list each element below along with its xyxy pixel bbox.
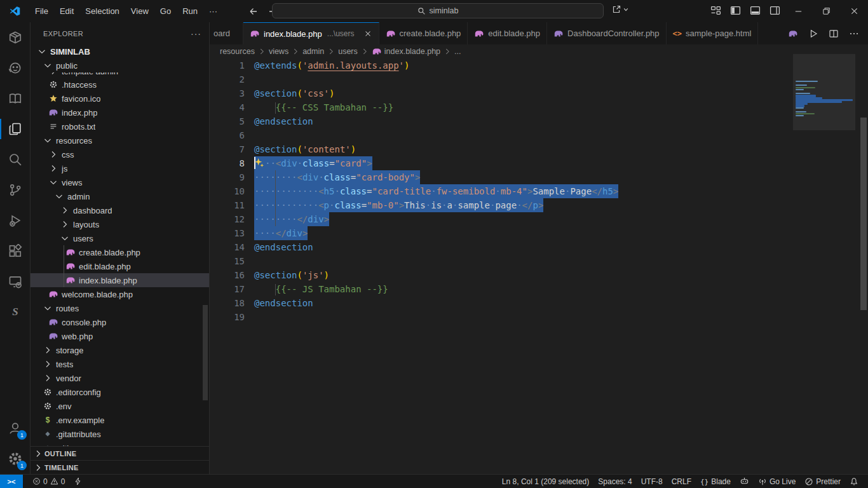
editor-scrollbar[interactable] (860, 118, 867, 310)
tree-item--env[interactable]: .env (31, 399, 209, 413)
nav-back-icon[interactable] (248, 6, 259, 17)
toggle-primary-sidebar-icon[interactable] (730, 5, 741, 16)
tree-item-robots-txt[interactable]: robots.txt (31, 119, 209, 133)
menu-[interactable]: ··· (203, 4, 223, 18)
tree-item-admin[interactable]: admin (31, 189, 209, 203)
menu-go[interactable]: Go (154, 4, 177, 18)
activity-monkey-icon[interactable] (0, 53, 31, 83)
tree-item-public[interactable]: public (31, 58, 209, 72)
tab-sample-page-html[interactable]: <>sample-page.html (667, 22, 759, 44)
tree-item-console-php[interactable]: console.php (31, 315, 209, 329)
tab-index-blade-php[interactable]: index.blade.php ...\users (243, 22, 379, 44)
split-editor-icon[interactable] (829, 29, 839, 39)
tree-item-layouts[interactable]: layouts (31, 217, 209, 231)
breadcrumb-item-index-blade-php[interactable]: index.blade.php (372, 46, 440, 57)
breadcrumb-item-views[interactable]: views (269, 47, 288, 56)
tree-item-label: js (62, 164, 67, 173)
tree-item-users[interactable]: users (31, 231, 209, 245)
activity-source-control-icon[interactable] (0, 175, 31, 205)
customize-layout-icon[interactable] (710, 5, 721, 16)
command-center-search[interactable]: siminlab (272, 3, 604, 18)
status-prettier[interactable]: Prettier (800, 475, 845, 488)
tab-edit-blade-php[interactable]: edit.blade.php (468, 22, 547, 44)
tree-item-edit-blade-php[interactable]: edit.blade.php (31, 259, 209, 273)
tree-item--gitignore[interactable]: .gitignore (31, 441, 209, 446)
status-copilot[interactable] (735, 475, 754, 488)
run-icon[interactable] (808, 29, 818, 39)
tree-item--editorconfig[interactable]: .editorconfig (31, 385, 209, 399)
remote-indicator[interactable]: >< (0, 475, 23, 488)
minimize-button[interactable] (784, 0, 812, 22)
tree-item-create-blade-php[interactable]: create.blade.php (31, 245, 209, 259)
activity-book-icon[interactable] (0, 83, 31, 114)
status-zap-icon[interactable] (69, 475, 86, 488)
minimap[interactable] (793, 54, 855, 346)
run-php-icon[interactable] (788, 29, 798, 39)
launch-profile-icon[interactable] (611, 4, 629, 15)
close-window-button[interactable] (840, 0, 868, 22)
section-header-timeline[interactable]: TIMELINE (31, 460, 209, 474)
status-problems[interactable]: 00 (28, 475, 69, 488)
tree-item-siminlab[interactable]: SIMINLAB (31, 44, 209, 58)
tree-item-resources[interactable]: resources (31, 133, 209, 147)
tree-item-index-php[interactable]: index.php (31, 105, 209, 119)
tree-item-css[interactable]: css (31, 147, 209, 161)
tree-item-vendor[interactable]: vendor (31, 371, 209, 385)
menu-run[interactable]: Run (177, 4, 203, 18)
tree-item-template-admin[interactable]: template admin (31, 72, 209, 78)
tree-item-js[interactable]: js (31, 161, 209, 175)
activity-s-extension-icon[interactable]: S (0, 297, 31, 327)
activity-search-side-icon[interactable] (0, 144, 31, 175)
tree-item-dashboard[interactable]: dashboard (31, 203, 209, 217)
tree-item--env-example[interactable]: $.env.example (31, 413, 209, 427)
restore-button[interactable] (812, 0, 840, 22)
section-header-outline[interactable]: OUTLINE (31, 446, 209, 460)
status-label: Ln 8, Col 1 (209 selected) (502, 477, 589, 486)
activity-settings-icon[interactable]: 1 (0, 444, 31, 474)
breadcrumb-item--[interactable]: ... (454, 47, 461, 56)
sidebar-scrollbar[interactable] (203, 305, 208, 400)
tree-item-routes[interactable]: routes (31, 301, 209, 315)
explorer-more-icon[interactable]: ··· (191, 29, 201, 39)
breadcrumb-item-admin[interactable]: admin (302, 47, 324, 56)
tab-oard[interactable]: oard (210, 22, 243, 44)
tree-item-favicon-ico[interactable]: favicon.ico (31, 92, 209, 105)
toggle-secondary-sidebar-icon[interactable] (770, 5, 780, 16)
activity-remote-explorer-icon[interactable] (0, 266, 31, 297)
menu-selection[interactable]: Selection (79, 4, 125, 18)
tree-item-web-php[interactable]: web.php (31, 329, 209, 343)
tree-item-welcome-blade-php[interactable]: welcome.blade.php (31, 287, 209, 301)
status-notifications[interactable] (845, 475, 863, 488)
tree-item-index-blade-php[interactable]: index.blade.php (31, 273, 209, 287)
menu-view[interactable]: View (125, 4, 154, 18)
tab-create-blade-php[interactable]: create.blade.php (379, 22, 468, 44)
status-go-live[interactable]: Go Live (754, 475, 800, 488)
minimap-slider[interactable] (793, 54, 855, 130)
tree-item--htaccess[interactable]: .htaccess (31, 78, 209, 92)
tree-item--gitattributes[interactable]: .gitattributes (31, 427, 209, 441)
status-encoding[interactable]: UTF-8 (637, 475, 667, 488)
tree-item-views[interactable]: views (31, 175, 209, 189)
copilot-icon (740, 477, 749, 486)
tab-dashboardcontroller-php[interactable]: DashboardController.php (547, 22, 667, 44)
activity-package-icon[interactable] (0, 22, 31, 53)
copilot-sparkle-icon[interactable] (254, 156, 265, 170)
activity-explorer-icon[interactable] (0, 114, 31, 144)
status-indentation[interactable]: Spaces: 4 (593, 475, 636, 488)
tree-item-storage[interactable]: storage (31, 343, 209, 357)
menu-file[interactable]: File (29, 4, 54, 18)
breadcrumb-item-resources[interactable]: resources (220, 47, 255, 56)
activity-run-debug-icon[interactable] (0, 205, 31, 236)
toggle-panel-icon[interactable] (750, 5, 761, 16)
more-actions-icon[interactable] (849, 29, 859, 39)
code-editor[interactable]: 1@extends('admin.layouts.app')23@section… (210, 58, 868, 324)
close-tab-icon[interactable] (363, 29, 372, 38)
activity-accounts-icon[interactable]: 1 (0, 413, 31, 444)
tree-item-tests[interactable]: tests (31, 357, 209, 371)
breadcrumb-item-users[interactable]: users (338, 47, 358, 56)
status-language-mode[interactable]: {}Blade (696, 475, 735, 488)
status-eol[interactable]: CRLF (667, 475, 696, 488)
status-cursor-position[interactable]: Ln 8, Col 1 (209 selected) (498, 475, 593, 488)
activity-extensions-icon[interactable] (0, 236, 31, 266)
menu-edit[interactable]: Edit (54, 4, 79, 18)
